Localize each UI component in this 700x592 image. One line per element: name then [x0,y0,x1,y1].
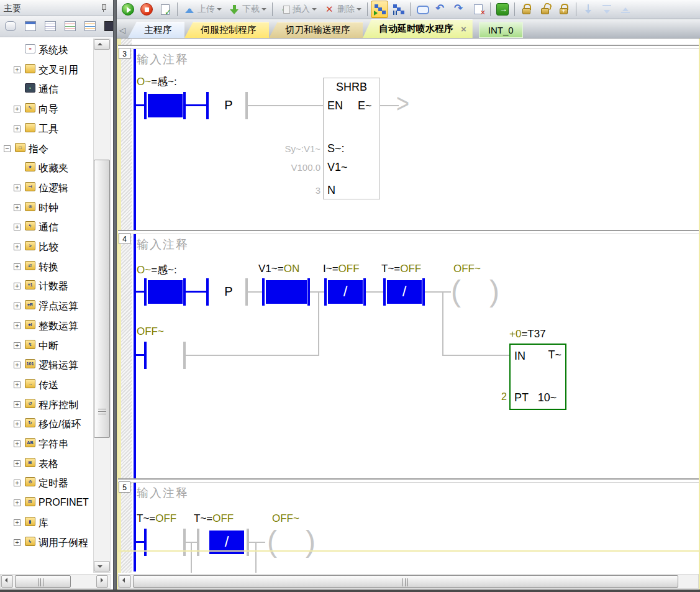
dropdown-arrow-icon[interactable] [312,8,317,13]
monitor-icon[interactable] [101,18,113,35]
delete-button[interactable]: 删除 [320,1,364,18]
expand-icon[interactable]: + [14,421,20,427]
expand-icon[interactable]: + [14,381,20,388]
pin-icon[interactable] [101,4,107,12]
contact-bar[interactable] [324,278,327,306]
expand-icon[interactable]: + [14,460,20,467]
sidebar-item-move[interactable]: +→传送 [0,376,94,395]
dropdown-arrow-icon[interactable] [357,8,361,13]
expand-icon[interactable]: + [14,440,20,447]
force-button[interactable] [494,1,511,18]
expand-icon[interactable]: + [14,125,20,132]
expand-icon[interactable]: + [14,342,20,349]
symbol-table-icon[interactable] [22,18,39,35]
network-comment[interactable]: 输入注释 [137,52,189,68]
contact-bar[interactable] [144,529,147,556]
dropdown-arrow-icon[interactable] [261,8,266,13]
sidebar-item-logical-operations[interactable]: +101逻辑运算 [0,356,94,375]
expand-icon[interactable]: + [14,499,20,506]
expand-icon[interactable]: + [14,66,20,73]
sidebar-item-timers[interactable]: +⊙定时器 [0,474,94,493]
sidebar-item-interrupt[interactable]: +↯中断 [0,337,94,356]
expand-icon[interactable]: + [14,263,20,270]
sidebar-item-libraries[interactable]: +▮库 [0,514,94,533]
contact-bar[interactable] [262,278,265,306]
expand-icon[interactable]: + [14,362,20,368]
insert-up-branch-button[interactable] [617,1,634,18]
run-button[interactable] [119,1,137,18]
tab-int-0[interactable]: INT_0 [479,22,523,38]
tree-vscroll-thumb[interactable] [94,160,110,438]
expand-icon[interactable]: + [14,244,20,250]
expand-icon[interactable]: + [14,480,20,486]
network-number[interactable]: 4 [119,233,130,244]
dropdown-arrow-icon[interactable] [217,8,222,13]
sidebar-item-program-control[interactable]: +↺程序控制 [0,396,94,415]
box-instruction-button[interactable] [414,1,431,18]
insert-branch-button[interactable] [580,1,597,18]
network-comment[interactable]: 输入注释 [137,237,189,253]
no-contact[interactable] [148,94,183,117]
pause-program-status-button[interactable] [389,1,407,18]
insert-button[interactable]: 插入 [276,1,319,18]
sidebar-item-table[interactable]: +⊞表格 [0,455,94,474]
download-button[interactable]: 下载 [225,1,269,18]
sidebar-item-cross-reference[interactable]: +交叉引用 [0,61,94,80]
sidebar-item-convert[interactable]: +⇄转换 [0,258,94,277]
sidebar-item-string[interactable]: +AB字符串 [0,435,94,454]
variable-table-icon[interactable] [81,18,99,35]
editor-hscroll-thumb[interactable] [133,575,678,588]
tree-scroll-left-button[interactable] [1,575,13,588]
tab-auto-delay-spray[interactable]: 自动延时喷水程序× [363,19,473,38]
sidebar-item-instructions[interactable]: −□指令 [0,140,94,159]
lock-button[interactable] [518,1,535,18]
tab-cutter-conveyor[interactable]: 切刀和输送程序 [269,22,363,38]
sidebar-item-integer-math[interactable]: +±I整数运算 [0,317,94,336]
tab-scroll-left-icon[interactable]: ◁ [117,23,128,38]
sidebar-item-compare[interactable]: +>比较 [0,238,94,257]
contact-bar[interactable] [197,529,199,556]
sidebar-item-counters[interactable]: ++1计数器 [0,277,94,296]
contact-bar[interactable] [144,278,147,306]
status-chart-icon[interactable] [61,18,79,35]
sidebar-item-shift-rotate[interactable]: +↻移位/循环 [0,415,94,434]
close-tab-icon[interactable]: × [461,24,466,34]
sidebar-item-system-block[interactable]: ≡系统块 [0,41,94,60]
sidebar-item-clock[interactable]: +⊙时钟 [0,199,94,218]
redo-button[interactable] [451,1,468,18]
upload-button[interactable]: 上传 [181,1,224,18]
no-contact[interactable] [266,280,307,304]
no-contact[interactable] [148,280,183,304]
sidebar-item-wizard[interactable]: +✎向导 [0,100,94,119]
contact-bar[interactable] [144,92,147,119]
undo-button[interactable] [432,1,450,18]
clear-elements-button[interactable] [470,1,487,18]
lock-add-button[interactable] [555,1,573,18]
expand-icon[interactable]: + [14,283,20,289]
expand-icon[interactable]: + [14,539,20,546]
network-number[interactable]: 3 [119,48,130,59]
editor-scroll-left-button[interactable] [119,575,131,588]
collapse-icon[interactable]: − [4,145,11,152]
sidebar-item-favorites[interactable]: ★收藏夹 [0,159,94,178]
expand-icon[interactable]: + [14,401,20,408]
network-number[interactable]: 5 [119,481,130,493]
sidebar-item-bit-logic[interactable]: +⊣位逻辑 [0,179,94,198]
unlock-button[interactable] [537,1,554,18]
expand-icon[interactable]: + [14,106,20,112]
contact-bar[interactable] [144,342,147,369]
expand-icon[interactable]: + [14,204,20,211]
tree-scroll-down-button[interactable] [94,561,110,572]
program-status-button[interactable] [371,1,388,18]
tree-scroll-right-button[interactable] [96,575,108,588]
sidebar-item-communications[interactable]: +ϟ通信 [0,218,94,237]
sidebar-item-floating-point-math[interactable]: +±R浮点运算 [0,297,94,316]
stop-button[interactable] [138,1,155,18]
expand-icon[interactable]: + [14,224,20,230]
tab-main-program[interactable]: 主程序 [128,22,184,38]
tree-hscroll-thumb[interactable] [15,575,71,588]
sidebar-item-call-subroutines[interactable]: +↳调用子例程 [0,534,94,553]
nc-contact[interactable]: / [328,280,363,304]
expand-icon[interactable]: + [14,322,20,329]
expand-icon[interactable]: + [14,184,20,191]
